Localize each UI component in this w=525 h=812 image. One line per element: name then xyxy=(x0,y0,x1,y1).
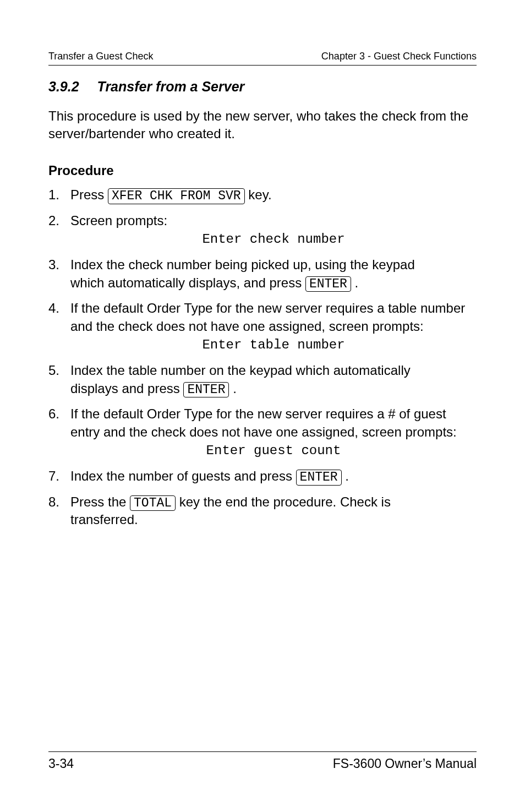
enter-key: ENTER xyxy=(305,276,351,292)
procedure-steps: Press XFER CHK FROM SVR key. Screen prom… xyxy=(48,186,477,528)
step-8-line2: transferred. xyxy=(70,512,138,527)
step-4-text: If the default Order Type for the new se… xyxy=(70,301,465,333)
step-7-pre: Index the number of guests and press xyxy=(70,468,296,483)
step-3-line1: Index the check number being picked up, … xyxy=(70,257,415,272)
enter-key: ENTER xyxy=(183,382,229,397)
step-7: Index the number of guests and press ENT… xyxy=(48,467,477,485)
step-1-pre: Press xyxy=(70,187,108,202)
section-title: 3.9.2 Transfer from a Server xyxy=(48,78,477,96)
step-4: If the default Order Type for the new se… xyxy=(48,299,477,354)
step-8: Press the TOTAL key the end the procedur… xyxy=(48,493,477,529)
step-8-mid: key the end the procedure. Check is xyxy=(176,494,391,509)
step-3-line2b: . xyxy=(351,275,358,290)
enter-key: ENTER xyxy=(296,470,342,485)
step-3-line2a: which automatically displays, and press xyxy=(70,275,305,290)
page-header: Transfer a Guest Check Chapter 3 - Guest… xyxy=(48,50,477,66)
step-6: If the default Order Type for the new se… xyxy=(48,405,477,460)
step-5-line2a: displays and press xyxy=(70,381,183,396)
total-key: TOTAL xyxy=(130,495,176,511)
page-footer: 3-34 FS-3600 Owner’s Manual xyxy=(48,751,477,772)
step-2: Screen prompts: Enter check number xyxy=(48,212,477,249)
intro-paragraph: This procedure is used by the new server… xyxy=(48,107,477,143)
step-4-prompt: Enter table number xyxy=(70,336,477,354)
step-2-prompt: Enter check number xyxy=(70,231,477,248)
step-1: Press XFER CHK FROM SVR key. xyxy=(48,186,477,204)
step-8-pre: Press the xyxy=(70,494,130,509)
section-number: 3.9.2 xyxy=(48,78,79,96)
step-3: Index the check number being picked up, … xyxy=(48,256,477,292)
procedure-heading: Procedure xyxy=(48,162,477,179)
step-1-post: key. xyxy=(245,187,272,202)
step-5-line2b: . xyxy=(229,381,236,396)
step-7-post: . xyxy=(342,468,349,483)
step-2-text: Screen prompts: xyxy=(70,213,167,228)
step-5-line1: Index the table number on the keypad whi… xyxy=(70,363,411,378)
section-name: Transfer from a Server xyxy=(97,79,245,94)
footer-manual-title: FS-3600 Owner’s Manual xyxy=(333,755,477,772)
header-left: Transfer a Guest Check xyxy=(48,50,153,63)
step-6-prompt: Enter guest count xyxy=(70,442,477,460)
header-right: Chapter 3 - Guest Check Functions xyxy=(321,50,477,63)
xfer-chk-from-svr-key: XFER CHK FROM SVR xyxy=(108,188,245,204)
step-5: Index the table number on the keypad whi… xyxy=(48,362,477,397)
footer-page-number: 3-34 xyxy=(48,755,74,772)
step-6-text: If the default Order Type for the new se… xyxy=(70,406,457,439)
